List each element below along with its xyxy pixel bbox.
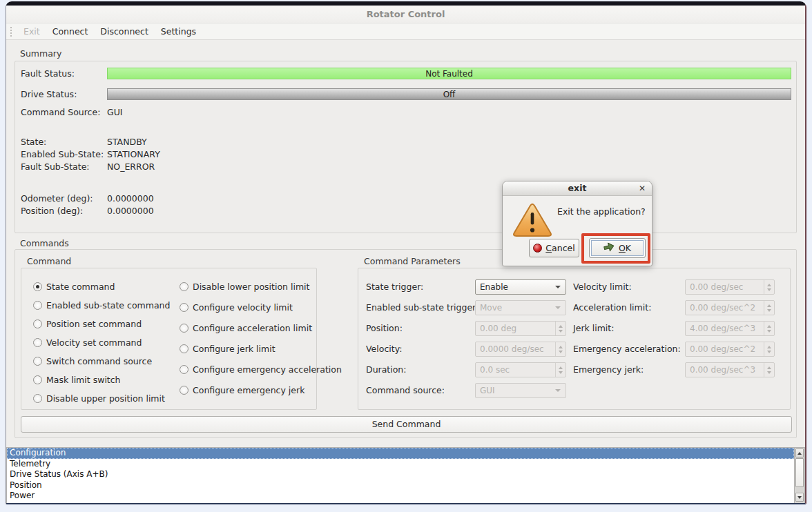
radio-button-icon [33,319,42,328]
spinner-buttons [555,342,566,356]
radio-option-velocity-set-command[interactable]: Velocity set command [33,336,180,348]
radio-option-configure-velocity-limit[interactable]: Configure velocity limit [180,301,342,313]
chevron-down-icon [555,286,561,288]
scroll-up-button[interactable] [795,449,804,457]
fault-status-bar: Not Faulted [107,68,791,79]
radio-option-disable-upper-position-limit[interactable]: Disable upper position limit [33,392,180,404]
velocity-input: 0.0000 deg/sec [475,342,566,357]
window-titlebar: Rotator Control [6,6,805,23]
command-options: State command Enabled sub-state command … [21,268,316,411]
menubar-grip-handle[interactable] [10,26,12,37]
menu-item-disconnect[interactable]: Disconnect [94,23,154,39]
exit-dialog: exit ✕ Exit the appl [502,181,652,266]
position-input: 0.00 deg [475,321,566,336]
drive-status-label: Drive Status: [21,89,107,99]
velocity-input-label: Velocity: [366,342,475,357]
parameters-grid: State trigger: Enable Velocity limit: 0.… [358,268,790,398]
chevron-down-icon [555,306,561,309]
radio-button-icon [33,282,42,291]
commands-panel: Command State command Enabled sub-state … [14,249,797,438]
exit-dialog-title: exit [568,183,587,193]
cancel-button[interactable]: Cancel [529,239,579,257]
position-value: 0.0000000 [107,206,154,216]
warning-icon [513,202,552,239]
spinner-buttons [555,322,566,335]
command-source-select: GUI [475,383,566,398]
cancel-icon [533,244,542,253]
list-item-drive-status[interactable]: Drive Status (Axis A+B) [7,469,794,480]
radio-option-configure-jerk-limit[interactable]: Configure jerk limit [180,342,342,355]
scroll-down-button[interactable] [795,493,804,502]
odometer-value: 0.0000000 [107,193,154,204]
radio-button-icon [33,357,42,366]
command-source-row: Command Source: GUI [21,106,791,118]
radio-option-mask-limit-switch[interactable]: Mask limit switch [33,373,180,386]
command-source-label: Command Source: [21,107,107,117]
radio-option-configure-emergency-acceleration[interactable]: Configure emergency acceleration [180,363,342,375]
fault-status-label: Fault Status: [21,68,107,79]
list-scrollbar[interactable] [794,448,804,503]
radio-button-icon [180,324,188,333]
drive-status-bar: Off [107,88,791,100]
radio-button-icon [33,375,42,384]
command-parameters-groupbox: State trigger: Enable Velocity limit: 0.… [358,268,791,410]
summary-section-label: Summary [20,48,61,59]
duration-input: 0.0 sec [475,362,566,377]
menubar: Exit Connect Disconnect Settings [6,23,805,40]
state-value: STANDBY [107,137,147,147]
jerk-limit-label: Jerk limit: [573,321,685,336]
enabled-sub-state-value: STATIONARY [107,149,160,159]
screen: Rotator Control Exit Connect Disconnect … [0,0,812,512]
radio-option-disable-lower-position-limit[interactable]: Disable lower position limit [180,280,342,293]
radio-option-enabled-sub-state-command[interactable]: Enabled sub-state command [33,299,180,311]
odometer-row: Odometer (deg): 0.0000000 [21,193,791,204]
command-options-left: State command Enabled sub-state command … [33,280,180,411]
command-group-label: Command [27,256,71,266]
list-item-telemetry[interactable]: Telemetry [7,459,794,470]
emergency-jerk-label: Emergency jerk: [573,362,685,377]
emergency-jerk-input: 0.00 deg/sec^3 [685,362,775,377]
fault-sub-state-label: Fault Sub-State: [21,161,107,172]
drive-status-row: Drive Status: Off [21,88,791,100]
menu-item-settings[interactable]: Settings [155,23,202,39]
radio-button-icon [180,282,188,291]
radio-option-position-set-command[interactable]: Position set command [33,317,180,330]
list-item-configuration[interactable]: Configuration [7,448,794,459]
command-groupbox: State command Enabled sub-state command … [21,268,317,410]
list-item-power[interactable]: Power [7,491,794,502]
state-trigger-select[interactable]: Enable [475,279,566,295]
exit-dialog-message: Exit the application? [557,206,646,217]
rotator-control-window: Rotator Control Exit Connect Disconnect … [6,1,806,504]
jerk-limit-input: 4.00 deg/sec^3 [685,321,775,336]
list-item-position[interactable]: Position [7,480,794,491]
acceleration-limit-label: Acceleration limit: [573,300,685,315]
odometer-label: Odometer (deg): [21,193,107,204]
send-command-button[interactable]: Send Command [21,416,792,433]
enabled-sub-state-trigger-label: Enabled sub-state trigger: [366,300,475,315]
summary-panel: Fault Status: Not Faulted Drive Status: … [14,61,797,233]
spinner-buttons [764,322,774,335]
radio-option-configure-acceleration-limit[interactable]: Configure acceleration limit [180,322,342,334]
spinner-buttons [764,363,774,377]
annotation-highlight [581,233,650,264]
command-source-select-label: Command source: [366,383,475,398]
window-title: Rotator Control [367,9,445,19]
exit-dialog-titlebar: exit ✕ [503,181,652,196]
chevron-down-icon [555,389,561,392]
spinner-buttons [764,342,774,356]
command-options-right: Disable lower position limit Configure v… [180,280,342,411]
radio-option-switch-command-source[interactable]: Switch command source [33,355,180,367]
state-trigger-label: State trigger: [366,279,475,295]
close-icon[interactable]: ✕ [639,181,646,195]
state-label: State: [21,137,107,147]
radio-option-configure-emergency-jerk[interactable]: Configure emergency jerk [180,384,342,396]
radio-button-icon [180,386,188,395]
scrollbar-thumb[interactable] [795,458,804,487]
command-source-value: GUI [107,107,123,117]
duration-input-label: Duration: [366,362,475,377]
fault-status-row: Fault Status: Not Faulted [21,68,791,79]
radio-option-state-command[interactable]: State command [33,280,180,293]
command-parameters-group-label: Command Parameters [364,256,461,266]
menu-item-connect[interactable]: Connect [46,23,95,39]
enabled-sub-state-row: Enabled Sub-State: STATIONARY [21,148,791,160]
